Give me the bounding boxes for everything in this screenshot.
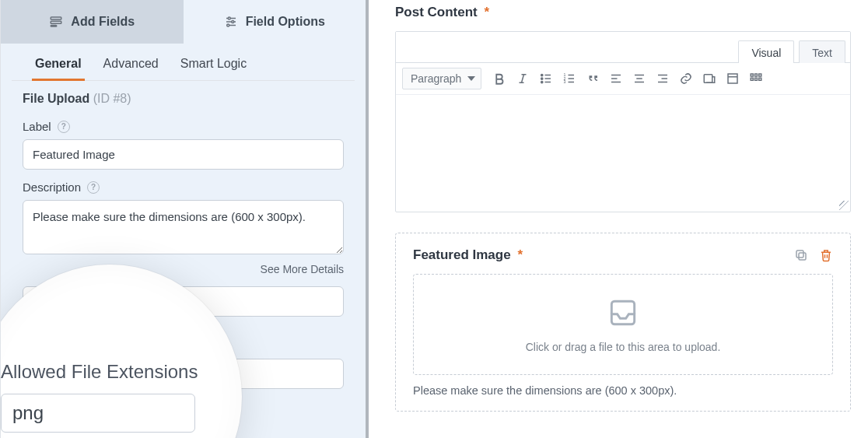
label-heading-row: Label ?: [23, 120, 344, 133]
svg-rect-36: [751, 74, 753, 76]
tab-field-options-label: Field Options: [246, 15, 325, 29]
featured-image-description: Please make sure the dimensions are (600…: [413, 384, 833, 397]
label-heading: Label: [23, 120, 51, 133]
svg-rect-43: [796, 251, 803, 258]
sub-tab-smart-logic[interactable]: Smart Logic: [179, 51, 248, 80]
sub-tab-general[interactable]: General: [33, 51, 83, 80]
svg-text:3: 3: [564, 79, 566, 84]
svg-rect-34: [728, 74, 737, 83]
align-left-icon[interactable]: [606, 68, 626, 89]
field-description-input[interactable]: [23, 200, 344, 254]
svg-point-16: [541, 81, 543, 82]
editor-tab-visual[interactable]: Visual: [738, 40, 794, 63]
form-preview: Post Content * Visual Text Paragraph 123: [369, 0, 868, 438]
insert-media-icon[interactable]: [699, 68, 719, 89]
svg-rect-37: [755, 74, 758, 76]
resize-grip-icon[interactable]: [839, 201, 849, 210]
fullscreen-icon[interactable]: [723, 68, 743, 89]
field-type-name: File Upload: [23, 92, 89, 105]
svg-point-6: [231, 21, 233, 23]
bullet-list-icon[interactable]: [536, 68, 556, 89]
field-options-icon: [224, 15, 238, 29]
featured-image-title: Featured Image *: [413, 247, 523, 263]
svg-rect-39: [751, 78, 753, 80]
description-heading-row: Description ?: [23, 180, 344, 194]
format-select-wrap[interactable]: Paragraph: [402, 68, 481, 89]
featured-image-header: Featured Image *: [413, 247, 833, 263]
blockquote-icon[interactable]: [583, 68, 603, 89]
delete-icon[interactable]: [819, 248, 833, 262]
svg-rect-41: [759, 78, 761, 80]
featured-image-field-block[interactable]: Featured Image * Click or drag: [395, 233, 851, 412]
editor-toolbar: Paragraph 123: [396, 63, 850, 95]
file-upload-dropzone[interactable]: Click or drag a file to this area to upl…: [413, 274, 833, 375]
italic-icon[interactable]: [513, 68, 533, 89]
field-id: (ID #8): [93, 92, 131, 105]
field-label-input[interactable]: [23, 139, 344, 170]
svg-rect-0: [51, 17, 62, 19]
description-heading: Description: [23, 180, 81, 194]
svg-rect-40: [755, 78, 758, 80]
help-icon[interactable]: ?: [87, 181, 100, 194]
see-more-details-link[interactable]: See More Details: [23, 263, 344, 275]
rich-text-editor: Visual Text Paragraph 123: [395, 31, 851, 212]
svg-rect-2: [51, 26, 58, 27]
svg-line-11: [522, 75, 524, 83]
required-asterisk: *: [517, 247, 523, 262]
svg-rect-33: [704, 75, 712, 83]
align-center-icon[interactable]: [629, 68, 649, 89]
format-select[interactable]: Paragraph: [402, 68, 481, 89]
align-right-icon[interactable]: [653, 68, 673, 89]
editor-tabs: Visual Text: [396, 32, 850, 63]
builder-sidebar: Add Fields Field Options General Advance…: [0, 0, 369, 438]
svg-rect-38: [759, 74, 761, 76]
duplicate-icon[interactable]: [794, 248, 808, 262]
toolbar-toggle-icon[interactable]: [746, 68, 766, 89]
sidebar-sub-tabs: General Advanced Smart Logic: [12, 44, 355, 81]
editor-content-area[interactable]: [396, 95, 850, 212]
tab-add-fields[interactable]: Add Fields: [1, 0, 184, 44]
tab-field-options[interactable]: Field Options: [184, 0, 366, 44]
svg-rect-42: [799, 253, 806, 260]
link-icon[interactable]: [676, 68, 696, 89]
featured-image-label: Featured Image: [413, 247, 511, 262]
svg-point-12: [541, 74, 543, 75]
sub-tab-advanced[interactable]: Advanced: [102, 51, 160, 80]
dropzone-text: Click or drag a file to this area to upl…: [526, 341, 721, 353]
svg-rect-1: [51, 21, 62, 23]
post-content-label: Post Content: [395, 5, 478, 19]
svg-point-14: [541, 78, 543, 79]
editor-tab-text[interactable]: Text: [799, 40, 845, 63]
add-fields-icon: [49, 15, 63, 29]
post-content-heading: Post Content *: [395, 5, 851, 20]
tab-add-fields-label: Add Fields: [71, 15, 135, 29]
field-actions: [794, 248, 833, 262]
svg-point-8: [226, 24, 229, 26]
sidebar-top-tabs: Add Fields Field Options: [1, 0, 366, 44]
help-icon[interactable]: ?: [58, 121, 70, 133]
extra-input[interactable]: [23, 359, 344, 389]
svg-point-4: [228, 17, 230, 19]
bold-icon[interactable]: [489, 68, 509, 89]
inbox-icon: [606, 296, 640, 330]
field-type-heading: File Upload (ID #8): [23, 92, 344, 106]
allowed-extensions-input-real[interactable]: [23, 286, 344, 317]
app-root: Add Fields Field Options General Advance…: [0, 0, 868, 438]
required-asterisk: *: [485, 5, 490, 19]
field-options-body: File Upload (ID #8) Label ? Description …: [1, 81, 366, 438]
number-list-icon[interactable]: 123: [559, 68, 579, 89]
